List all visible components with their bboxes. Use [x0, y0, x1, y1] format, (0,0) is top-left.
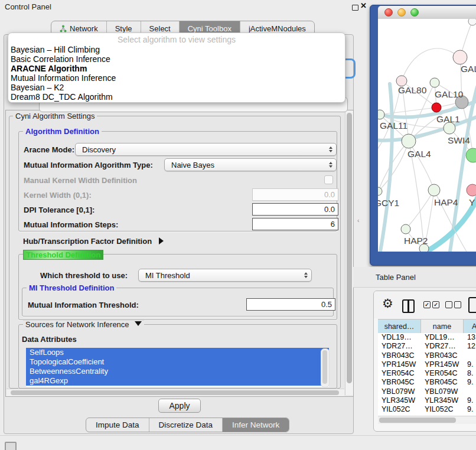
table-cell: 9.: [464, 378, 476, 387]
mi-type-combo[interactable]: Naive Bayes: [164, 158, 337, 171]
table-row[interactable]: YER054CYER054C8.: [378, 369, 476, 378]
tab-infer-network[interactable]: Infer Network: [222, 418, 289, 432]
manual-kernel-checkbox[interactable]: [324, 175, 333, 184]
column-header[interactable]: A: [464, 319, 476, 333]
table-row[interactable]: YDL19…YDL19…13: [378, 333, 476, 342]
node-label: GAL10: [435, 89, 464, 99]
hub-section-toggle[interactable]: Hub/Transcription Factor Definition: [23, 237, 164, 246]
attribute-item[interactable]: gal4RGexp: [26, 376, 329, 386]
deselect-all-checkbox-icon[interactable]: [445, 301, 452, 308]
table-cell: 9.: [464, 396, 476, 405]
minimize-traffic-icon[interactable]: [397, 8, 406, 17]
corner-widget-icon[interactable]: [5, 442, 17, 450]
network-node-swi4[interactable]: [444, 122, 455, 134]
attribute-item[interactable]: SelfLoops: [26, 348, 329, 357]
network-node[interactable]: [466, 148, 476, 162]
table-cell: YBL079W: [421, 387, 464, 396]
algorithm-option[interactable]: Dream8 DC_TDC Algorithm: [8, 92, 345, 102]
algorithm-option[interactable]: Bayesian – K2: [8, 83, 345, 92]
table-row[interactable]: YBR045CYBR045C9.: [378, 378, 476, 387]
gear-icon[interactable]: ⚙: [382, 297, 393, 310]
tab-label: Select: [149, 24, 171, 33]
network-node-hap2[interactable]: [401, 224, 410, 234]
apply-button[interactable]: Apply: [158, 399, 201, 413]
network-window-titlebar[interactable]: [378, 6, 476, 19]
table-row[interactable]: YBR043CYBR043C: [378, 351, 476, 360]
which-threshold-label: Which threshold to use:: [40, 271, 128, 280]
algorithm-option[interactable]: ARACNE Algorithm: [8, 64, 345, 73]
network-node-gal11[interactable]: [378, 110, 384, 119]
aracne-mode-combo[interactable]: Discovery: [75, 143, 337, 156]
table-cell: YLR345W: [421, 396, 464, 405]
stepper-arrows-icon: [304, 272, 308, 278]
expand-arrow-icon: [135, 321, 142, 326]
sources-title: Sources for Network Inference: [25, 320, 129, 329]
attribute-item[interactable]: BetweennessCentrality: [26, 367, 329, 376]
sources-toggle[interactable]: Sources for Network Inference: [23, 320, 144, 329]
attributes-scrollbar-thumb[interactable]: [322, 350, 327, 384]
manual-kernel-label: Manual Kernel Width Definition: [24, 176, 137, 185]
settings-vertical-scrollbar: [345, 110, 353, 395]
table-row[interactable]: YDR27…YDR27…12: [378, 342, 476, 351]
table-panel-header: Table Panel: [353, 267, 476, 288]
mi-threshold-field[interactable]: 0.5: [246, 298, 335, 311]
algorithm-option[interactable]: Bayesian – Hill Climbing: [8, 45, 345, 54]
column-header[interactable]: name: [421, 319, 464, 333]
attributes-scrollbar: [321, 348, 330, 387]
aracne-mode-value: Discovery: [82, 145, 116, 154]
tab-label: jActiveMNodules: [249, 24, 306, 33]
network-node-gal1[interactable]: [432, 103, 441, 112]
kernel-width-field[interactable]: 0.0: [252, 188, 338, 201]
control-panel-titlebar: Control Panel ✕: [0, 0, 366, 14]
tab-impute-data[interactable]: Impute Data: [86, 418, 149, 432]
node-label: GAL: [461, 64, 476, 74]
table-row[interactable]: YLR345WYLR345W9.: [378, 396, 476, 405]
table-cell: YBL079W: [378, 387, 421, 396]
zoom-traffic-icon[interactable]: [410, 8, 419, 17]
table-cell: 9.: [464, 405, 476, 414]
network-node-gal10[interactable]: [430, 78, 439, 87]
tab-discretize-data[interactable]: Discretize Data: [149, 418, 223, 432]
table-cell: 8.: [464, 369, 476, 378]
bottom-divider: [0, 435, 476, 436]
select-all-checkbox-icon[interactable]: ✓: [432, 301, 439, 308]
deselect-all-checkbox-icon[interactable]: [454, 301, 461, 308]
network-canvas[interactable]: GALGAL80GAL10GAL1GAL11SWI4GAL4GCY1HAP4YH…: [378, 19, 476, 252]
network-node-y[interactable]: [467, 184, 476, 196]
settings-horizontal-scrollbar-thumb[interactable]: [11, 390, 339, 395]
splitter-handle[interactable]: ‹: [357, 217, 359, 224]
table-row[interactable]: YBL079WYBL079W: [378, 387, 476, 396]
collapse-arrow-icon: [159, 237, 164, 244]
column-header[interactable]: shared…: [378, 319, 421, 333]
network-node-gcy1[interactable]: [378, 187, 382, 195]
close-icon[interactable]: ✕: [360, 1, 367, 10]
network-node-gal[interactable]: [453, 50, 467, 64]
cyni-settings-title: Cyni Algorithm Settings: [13, 112, 97, 120]
table-cell: YBR043C: [421, 351, 464, 360]
node-label: Y: [469, 197, 475, 207]
dpi-tolerance-field[interactable]: 0.0: [252, 203, 338, 216]
table-row[interactable]: YIL052CYIL052C9.: [378, 405, 476, 414]
mi-steps-field[interactable]: 6: [252, 218, 338, 230]
network-node-gal4[interactable]: [402, 134, 416, 148]
which-threshold-combo[interactable]: MI Threshold: [138, 269, 312, 282]
settings-vertical-scrollbar-thumb[interactable]: [347, 113, 352, 383]
columns-icon[interactable]: [402, 299, 415, 313]
cyni-bottom-tabbar: Impute DataDiscretize DataInfer Network: [86, 418, 289, 432]
select-all-checkbox-icon[interactable]: ✓: [423, 301, 431, 308]
table-cell: YER054C: [421, 369, 464, 378]
which-threshold-value: MI Threshold: [145, 271, 190, 280]
network-node[interactable]: [468, 19, 476, 25]
table-mode-icon[interactable]: [468, 297, 476, 313]
algorithm-option[interactable]: Mutual Information Inference: [8, 73, 345, 83]
float-icon[interactable]: [352, 5, 358, 11]
algorithm-list: Bayesian – Hill ClimbingBasic Correlatio…: [8, 45, 345, 102]
close-traffic-icon[interactable]: [384, 8, 393, 17]
table-horizontal-scrollbar-thumb[interactable]: [379, 418, 456, 423]
attribute-item[interactable]: TopologicalCoefficient: [26, 357, 329, 367]
threshold-title: Threshold Definition: [23, 250, 103, 260]
network-node-hap4[interactable]: [428, 184, 440, 196]
algorithm-option[interactable]: Basic Correlation Inference: [8, 54, 345, 64]
table-row[interactable]: YPR145WYPR145W9.: [378, 360, 476, 369]
mi-type-label: Mutual Information Algorithm Type:: [24, 161, 153, 169]
